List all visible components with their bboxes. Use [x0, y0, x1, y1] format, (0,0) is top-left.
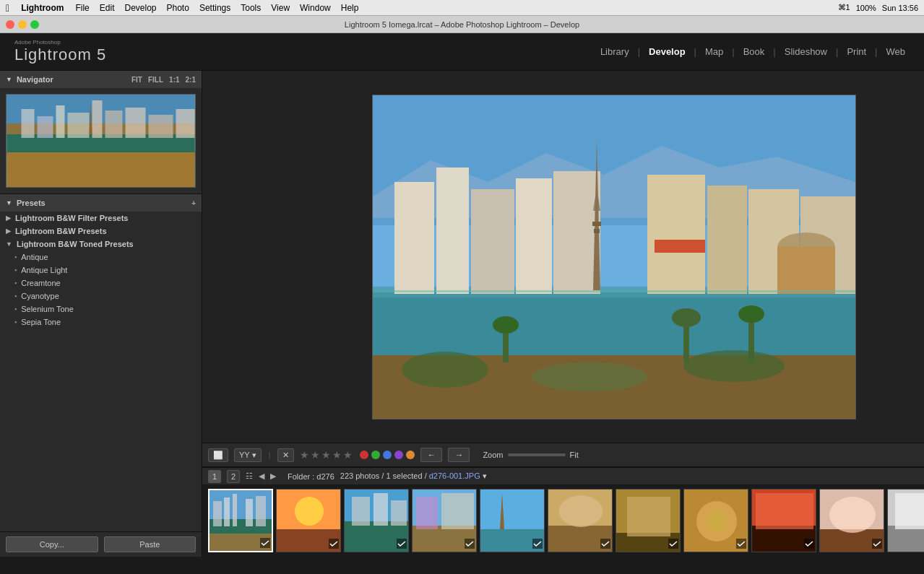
preset-sepia[interactable]: ▪ Sepia Tone	[0, 316, 202, 329]
library-nav[interactable]: Library	[596, 45, 634, 58]
view-menu[interactable]: View	[271, 3, 290, 13]
apple-menu[interactable]: 	[6, 2, 9, 14]
svg-rect-6	[38, 116, 53, 138]
page-2-btn[interactable]: 2	[227, 470, 240, 483]
app-name-menu[interactable]: Lightroom	[21, 3, 64, 13]
svg-rect-10	[105, 110, 123, 138]
preset-antique[interactable]: ▪ Antique	[0, 251, 202, 264]
filmstrip-thumb-4[interactable]	[412, 489, 477, 552]
preset-group-header-2[interactable]: ▶ Lightroom B&W Presets	[0, 225, 202, 238]
navigator-controls: FIT FILL 1:1 2:1	[131, 76, 196, 84]
maximize-button[interactable]	[30, 20, 39, 29]
help-menu[interactable]: Help	[341, 3, 359, 13]
nav-fit[interactable]: FIT	[131, 76, 142, 84]
preset-antique-light[interactable]: ▪ Antique Light	[0, 264, 202, 277]
red-label[interactable]	[360, 451, 368, 459]
paste-button[interactable]: Paste	[104, 536, 197, 552]
svg-rect-64	[374, 493, 388, 526]
blue-label[interactable]	[383, 451, 392, 459]
preset-cyanotype[interactable]: ▪ Cyanotype	[0, 290, 202, 303]
navigator-panel: ▼ Navigator FIT FILL 1:1 2:1	[0, 71, 202, 194]
navigator-header[interactable]: ▼ Navigator FIT FILL 1:1 2:1	[0, 71, 202, 88]
settings-menu[interactable]: Settings	[199, 3, 230, 13]
filmstrip-thumb-7[interactable]	[616, 489, 681, 552]
purple-label[interactable]	[394, 451, 403, 459]
toolbar: ⬜ YY ▾ | ✕ ★★★★★ ← → Zoom Fit ▾	[202, 443, 924, 467]
svg-rect-13	[176, 109, 195, 138]
navigator-label: Navigator	[17, 75, 53, 84]
preset-group-header-1[interactable]: ▶ Lightroom B&W Filter Presets	[0, 212, 202, 225]
close-button[interactable]	[6, 20, 14, 29]
filmstrip-thumb-1[interactable]	[208, 489, 273, 552]
reject-flag[interactable]: ✕	[277, 448, 294, 462]
copy-paste-bar: Copy... Paste	[0, 531, 202, 557]
window-title: Lightroom 5 Iomega.lrcat – Adobe Photosh…	[345, 20, 579, 29]
crop-tool-btn[interactable]: ⬜	[208, 448, 228, 462]
zoom-slider[interactable]	[508, 453, 566, 456]
svg-rect-69	[416, 497, 438, 529]
slideshow-nav[interactable]: Slideshow	[780, 45, 832, 58]
copy-button[interactable]: Copy...	[6, 536, 98, 552]
photo-area[interactable]	[202, 71, 924, 443]
filmstrip-thumb-11[interactable]	[887, 489, 924, 552]
add-preset-btn[interactable]: +	[191, 199, 196, 207]
photo-name[interactable]: d276-001.JPG	[429, 471, 480, 480]
preset-group-1: ▶ Lightroom B&W Filter Presets	[0, 212, 202, 225]
nav-thumbnail[interactable]	[6, 94, 196, 188]
web-nav[interactable]: Web	[882, 45, 910, 58]
clock: Sun 13:56	[882, 4, 918, 12]
file-menu[interactable]: File	[75, 3, 89, 13]
svg-rect-12	[149, 115, 173, 138]
next-strip-btn[interactable]: ▶	[270, 471, 276, 481]
edit-menu[interactable]: Edit	[100, 3, 115, 13]
module-bar: Adobe Photoshop Lightroom 5 Library | De…	[0, 33, 924, 71]
navigator-triangle: ▼	[6, 76, 12, 83]
preset-group-label-1: Lightroom B&W Filter Presets	[15, 214, 128, 222]
orange-label[interactable]	[406, 451, 415, 459]
minimize-button[interactable]	[18, 20, 27, 29]
svg-rect-9	[92, 100, 103, 138]
menu-bar:  Lightroom File Edit Develop Photo Sett…	[0, 0, 924, 16]
svg-point-46	[532, 362, 647, 391]
grid-view-btn[interactable]: ☷	[246, 471, 253, 481]
star-rating[interactable]: ★★★★★	[300, 449, 354, 461]
battery-status: 100%	[856, 4, 876, 12]
preset-group-3: ▼ Lightroom B&W Toned Presets ▪ Antique …	[0, 238, 202, 329]
svg-point-40	[672, 308, 701, 327]
preset-creamtone[interactable]: ▪ Creamtone	[0, 277, 202, 290]
prev-photo-btn[interactable]: ←	[420, 448, 442, 462]
map-nav[interactable]: Map	[701, 45, 727, 58]
svg-rect-51	[213, 501, 222, 526]
nav-2to1[interactable]: 2:1	[186, 76, 196, 84]
develop-menu[interactable]: Develop	[124, 3, 156, 13]
green-label[interactable]	[371, 451, 380, 459]
filmstrip-thumb-3[interactable]	[344, 489, 409, 552]
develop-nav[interactable]: Develop	[644, 45, 690, 58]
tools-menu[interactable]: Tools	[241, 3, 261, 13]
next-photo-btn[interactable]: →	[448, 448, 470, 462]
svg-rect-8	[68, 113, 90, 138]
filmstrip-thumb-6[interactable]	[548, 489, 613, 552]
flag-btn[interactable]: YY ▾	[234, 448, 262, 462]
filmstrip-thumb-8[interactable]	[683, 489, 748, 552]
fit-label[interactable]: Fit	[570, 451, 579, 459]
prev-strip-btn[interactable]: ◀	[259, 471, 264, 481]
print-nav[interactable]: Print	[842, 45, 871, 58]
preset-selenium[interactable]: ▪ Selenium Tone	[0, 303, 202, 316]
filmstrip	[202, 484, 924, 557]
wifi-icon: ⌘1	[838, 3, 850, 12]
filmstrip-thumb-9[interactable]	[751, 489, 816, 552]
book-nav[interactable]: Book	[739, 45, 769, 58]
svg-rect-43	[655, 240, 705, 253]
filmstrip-thumb-10[interactable]	[819, 489, 884, 552]
filmstrip-thumb-2[interactable]	[276, 489, 341, 552]
presets-header[interactable]: ▼ Presets +	[0, 194, 202, 212]
nav-fill[interactable]: FILL	[148, 76, 163, 84]
preset-group-header-3[interactable]: ▼ Lightroom B&W Toned Presets	[0, 238, 202, 251]
nav-1to1[interactable]: 1:1	[169, 76, 179, 84]
window-menu[interactable]: Window	[300, 3, 331, 13]
photo-menu[interactable]: Photo	[167, 3, 189, 13]
page-1-btn[interactable]: 1	[208, 470, 221, 483]
filmstrip-thumb-5[interactable]	[480, 489, 545, 552]
svg-rect-98	[895, 493, 924, 529]
